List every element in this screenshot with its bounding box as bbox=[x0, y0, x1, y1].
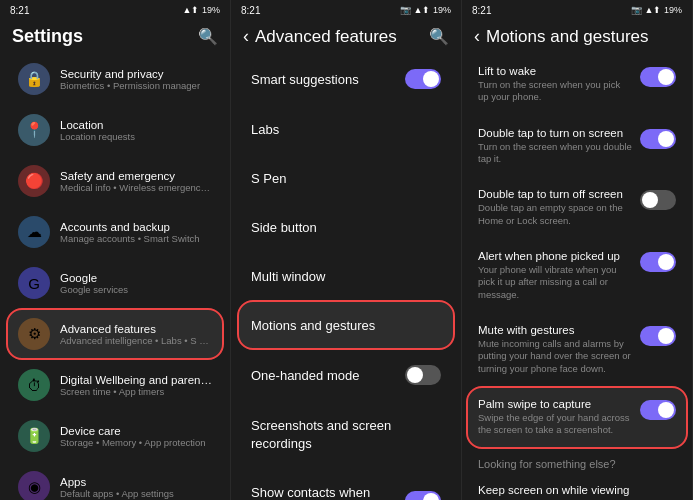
item-text-wellbeing: Digital Wellbeing and parental controls … bbox=[60, 374, 212, 397]
item-subtitle-security: Biometrics • Permission manager bbox=[60, 80, 212, 91]
search-icon-1[interactable]: 🔍 bbox=[198, 27, 218, 46]
item-icon-safety: 🔴 bbox=[18, 165, 50, 197]
toggle-alertpickup[interactable] bbox=[640, 252, 676, 272]
item-title-location: Location bbox=[60, 119, 212, 131]
section-lookingelse: Looking for something else? bbox=[468, 450, 686, 474]
item-subtitle-advanced: Advanced intelligence • Labs • S Pen bbox=[60, 335, 212, 346]
item-title-safety: Safety and emergency bbox=[60, 170, 212, 182]
item-icon-location: 📍 bbox=[18, 114, 50, 146]
advanced-label-sidebutton: Side button bbox=[251, 218, 317, 236]
motion-desc-alertpickup: Your phone will vibrate when you pick it… bbox=[478, 264, 632, 301]
motion-desc-doubletapon: Turn on the screen when you double tap i… bbox=[478, 141, 632, 166]
motion-text-keepscreen: Keep screen on while viewing bbox=[478, 484, 676, 498]
advanced-item-multiwindow[interactable]: Multi window bbox=[239, 253, 453, 299]
settings-list: 🔒 Security and privacy Biometrics • Perm… bbox=[0, 55, 230, 500]
item-text-location: Location Location requests bbox=[60, 119, 212, 142]
motion-title-doubletapon: Double tap to turn on screen bbox=[478, 127, 632, 139]
advanced-item-smart[interactable]: Smart suggestions bbox=[239, 55, 453, 103]
item-text-accounts: Accounts and backup Manage accounts • Sm… bbox=[60, 221, 212, 244]
motion-item-alertpickup[interactable]: Alert when phone picked up Your phone wi… bbox=[468, 240, 686, 311]
time-1: 8:21 bbox=[10, 5, 29, 16]
motions-list: Lift to wake Turn on the screen when you… bbox=[462, 55, 692, 500]
motion-item-palmswipe[interactable]: Palm swipe to capture Swipe the edge of … bbox=[468, 388, 686, 447]
item-subtitle-google: Google services bbox=[60, 284, 212, 295]
motion-item-keepscreen[interactable]: Keep screen on while viewing bbox=[468, 474, 686, 500]
item-title-devicecare: Device care bbox=[60, 425, 212, 437]
motions-title: Motions and gestures bbox=[486, 27, 649, 47]
motion-desc-mutegestures: Mute incoming calls and alarms by puttin… bbox=[478, 338, 632, 375]
motion-item-doubletapon[interactable]: Double tap to turn on screen Turn on the… bbox=[468, 117, 686, 176]
settings-title: Settings bbox=[12, 26, 83, 47]
item-icon-apps: ◉ bbox=[18, 471, 50, 500]
item-text-advanced: Advanced features Advanced intelligence … bbox=[60, 323, 212, 346]
advanced-item-onehanded[interactable]: One-handed mode bbox=[239, 351, 453, 399]
toggle-smart[interactable] bbox=[405, 69, 441, 89]
item-text-security: Security and privacy Biometrics • Permis… bbox=[60, 68, 212, 91]
advanced-item-contacts[interactable]: Show contacts when sharing content bbox=[239, 469, 453, 500]
settings-header: Settings 🔍 bbox=[0, 20, 230, 55]
item-subtitle-apps: Default apps • App settings bbox=[60, 488, 212, 499]
motion-title-lifttowake: Lift to wake bbox=[478, 65, 632, 77]
advanced-item-spen[interactable]: S Pen bbox=[239, 155, 453, 201]
item-icon-accounts: ☁ bbox=[18, 216, 50, 248]
advanced-item-sidebutton[interactable]: Side button bbox=[239, 204, 453, 250]
item-icon-devicecare: 🔋 bbox=[18, 420, 50, 452]
settings-panel: 8:21 ▲⬆ 19% Settings 🔍 🔒 Security and pr… bbox=[0, 0, 231, 500]
advanced-label-labs: Labs bbox=[251, 120, 279, 138]
toggle-doubletapon[interactable] bbox=[640, 129, 676, 149]
motion-text-doubletapon: Double tap to turn on screen Turn on the… bbox=[478, 127, 632, 166]
motion-item-doubletapoff[interactable]: Double tap to turn off screen Double tap… bbox=[468, 178, 686, 237]
motion-title-palmswipe: Palm swipe to capture bbox=[478, 398, 632, 410]
motion-title-mutegestures: Mute with gestures bbox=[478, 324, 632, 336]
advanced-list: Smart suggestions Labs S Pen Side button… bbox=[231, 55, 461, 500]
back-button-2[interactable]: ‹ Motions and gestures bbox=[474, 26, 649, 47]
toggle-onehanded[interactable] bbox=[405, 365, 441, 385]
search-icon-2[interactable]: 🔍 bbox=[429, 27, 449, 46]
status-bar-2: 8:21 📷 ▲⬆ 19% bbox=[231, 0, 461, 20]
settings-item-google[interactable]: G Google Google services bbox=[8, 259, 222, 307]
item-text-apps: Apps Default apps • App settings bbox=[60, 476, 212, 499]
item-text-devicecare: Device care Storage • Memory • App prote… bbox=[60, 425, 212, 448]
advanced-item-screenshots[interactable]: Screenshots and screen recordings bbox=[239, 402, 453, 466]
motion-text-lifttowake: Lift to wake Turn on the screen when you… bbox=[478, 65, 632, 104]
settings-item-devicecare[interactable]: 🔋 Device care Storage • Memory • App pro… bbox=[8, 412, 222, 460]
item-title-security: Security and privacy bbox=[60, 68, 212, 80]
item-title-apps: Apps bbox=[60, 476, 212, 488]
time-2: 8:21 bbox=[241, 5, 260, 16]
advanced-label-onehanded: One-handed mode bbox=[251, 366, 359, 384]
motions-header: ‹ Motions and gestures bbox=[462, 20, 692, 55]
motions-panel: 8:21 📷 ▲⬆ 19% ‹ Motions and gestures Lif… bbox=[462, 0, 693, 500]
settings-item-location[interactable]: 📍 Location Location requests bbox=[8, 106, 222, 154]
motion-text-palmswipe: Palm swipe to capture Swipe the edge of … bbox=[478, 398, 632, 437]
motion-desc-doubletapoff: Double tap an empty space on the Home or… bbox=[478, 202, 632, 227]
toggle-doubletapoff[interactable] bbox=[640, 190, 676, 210]
settings-item-safety[interactable]: 🔴 Safety and emergency Medical info • Wi… bbox=[8, 157, 222, 205]
motion-item-lifttowake[interactable]: Lift to wake Turn on the screen when you… bbox=[468, 55, 686, 114]
advanced-item-labs[interactable]: Labs bbox=[239, 106, 453, 152]
item-icon-google: G bbox=[18, 267, 50, 299]
back-button-1[interactable]: ‹ Advanced features bbox=[243, 26, 397, 47]
toggle-palmswipe[interactable] bbox=[640, 400, 676, 420]
advanced-label-motions: Motions and gestures bbox=[251, 316, 375, 334]
settings-item-security[interactable]: 🔒 Security and privacy Biometrics • Perm… bbox=[8, 55, 222, 103]
time-3: 8:21 bbox=[472, 5, 491, 16]
settings-item-accounts[interactable]: ☁ Accounts and backup Manage accounts • … bbox=[8, 208, 222, 256]
advanced-label-smart: Smart suggestions bbox=[251, 70, 359, 88]
settings-item-apps[interactable]: ◉ Apps Default apps • App settings bbox=[8, 463, 222, 500]
back-arrow-1: ‹ bbox=[243, 26, 249, 47]
toggle-lifttowake[interactable] bbox=[640, 67, 676, 87]
item-icon-advanced: ⚙ bbox=[18, 318, 50, 350]
settings-item-wellbeing[interactable]: ⏱ Digital Wellbeing and parental control… bbox=[8, 361, 222, 409]
motion-item-mutegestures[interactable]: Mute with gestures Mute incoming calls a… bbox=[468, 314, 686, 385]
motion-title-doubletapoff: Double tap to turn off screen bbox=[478, 188, 632, 200]
item-icon-wellbeing: ⏱ bbox=[18, 369, 50, 401]
status-icons-2: 📷 ▲⬆ 19% bbox=[400, 5, 451, 15]
status-icons-3: 📷 ▲⬆ 19% bbox=[631, 5, 682, 15]
toggle-contacts[interactable] bbox=[405, 491, 441, 500]
item-subtitle-wellbeing: Screen time • App timers bbox=[60, 386, 212, 397]
advanced-item-motions[interactable]: Motions and gestures bbox=[239, 302, 453, 348]
settings-item-advanced[interactable]: ⚙ Advanced features Advanced intelligenc… bbox=[8, 310, 222, 358]
motion-title-alertpickup: Alert when phone picked up bbox=[478, 250, 632, 262]
item-title-google: Google bbox=[60, 272, 212, 284]
toggle-mutegestures[interactable] bbox=[640, 326, 676, 346]
